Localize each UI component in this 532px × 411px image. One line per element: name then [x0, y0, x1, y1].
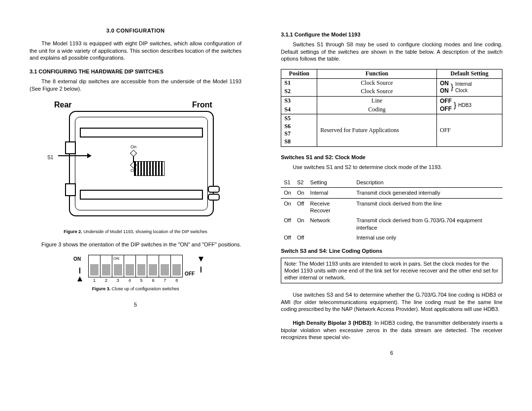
note-box: Note: The Model 1193 units are intended …	[281, 258, 502, 284]
cell-s2: S2	[281, 87, 317, 96]
brace-icon: }	[454, 103, 456, 108]
p-hdb3: High Density Bipolar 3 (HDB3): In HDB3 c…	[281, 319, 502, 341]
label-on: ON	[73, 256, 81, 262]
intro-paragraph: The Model 1193 is equipped with eight DI…	[30, 40, 241, 61]
page-number-right: 6	[281, 349, 502, 356]
cell-def-58: OFF	[437, 114, 502, 146]
label-off: Off	[128, 168, 139, 174]
figure-3-caption: Figure 3. Close up of configuration swit…	[30, 286, 241, 292]
th-s1: S1	[281, 177, 294, 188]
device-outline	[69, 111, 214, 216]
heading-3-1: 3.1 CONFIGURING THE HARDWARE DIP SWITCHE…	[30, 68, 241, 75]
hdb3-label: High Density Bipolar 3 (HDB3)	[293, 320, 371, 326]
th-description: Description	[354, 177, 502, 188]
figure-2-caption: Figure 2. Underside of Model 1193, showi…	[30, 229, 241, 235]
th-function: Function	[317, 69, 437, 79]
cell-fn-reserved: Reserved for Future Applications	[317, 114, 437, 146]
figure-2: Rear Front S1 On Off	[30, 99, 236, 227]
p-s1-s2: Use switches S1 and S2 to determine cloc…	[281, 164, 502, 171]
figure-3-label: Figure 3.	[92, 286, 111, 291]
cell-fn-cs: Clock Source	[317, 78, 437, 87]
figure-3-text: Close up of configuration switches	[112, 286, 179, 291]
label-rear: Rear	[54, 100, 72, 110]
figure-3: ON ON 1 2 3 4 5 6 7 8 OFF	[66, 255, 204, 284]
arrow-icon	[58, 155, 88, 156]
th-position: Position	[281, 69, 317, 79]
config-table: Position Function Default Setting S1 Clo…	[281, 69, 502, 146]
port-icon	[65, 141, 76, 154]
page-right: 3.1.1 Configure the Model 1193 Switches …	[281, 27, 502, 356]
figure-2-label: Figure 2.	[64, 229, 82, 234]
section-title: 3.0 CONFIGURATION	[30, 27, 241, 34]
cell-def-12: ON ON } Internal Clock	[437, 78, 502, 96]
cell-s1: S1	[281, 78, 317, 87]
label-off: OFF	[185, 271, 195, 277]
cell-fn-cs2: Clock Source	[317, 87, 437, 96]
clock-mode-table: S1 S2 Setting Description On On Internal…	[281, 177, 502, 242]
cell-s4: S4	[281, 105, 317, 114]
cell-fn-line: Line	[317, 96, 437, 105]
cell-fn-coding: Coding	[317, 105, 437, 114]
port-icon	[208, 186, 220, 193]
brace-icon: }	[451, 85, 453, 90]
figure-2-text: Underside of Model 1193, showing locatio…	[83, 229, 207, 234]
page-number-left: 5	[30, 301, 241, 308]
p-fig3-lead: Figure 3 shows the orientation of the DI…	[30, 241, 241, 248]
on-off-mini: On Off	[128, 144, 139, 173]
cell-s3: S3	[281, 96, 317, 105]
heading-s1-s2: Switches S1 and S2: Clock Mode	[281, 154, 502, 161]
cell-def-34: OFF OFF } HDB3	[437, 96, 502, 114]
p-3-1-1: Switches S1 through S8 may be used to co…	[281, 41, 502, 62]
th-default: Default Setting	[437, 69, 502, 79]
label-s1: S1	[47, 154, 53, 161]
p-3-1: The 8 external dip switches are accessib…	[30, 78, 241, 92]
arrow-up-icon	[77, 276, 82, 281]
heading-3-1-1: 3.1.1 Configure the Model 1193	[281, 31, 502, 38]
th-s2: S2	[294, 177, 307, 188]
heading-s3-s4: Switch S3 and S4: Line Coding Options	[281, 247, 502, 254]
port-icon	[208, 194, 220, 201]
p-s3-s4: Use switches S3 and S4 to determine whet…	[281, 291, 502, 312]
cell-s5-8: S5 S6 S7 S8	[281, 114, 317, 146]
arrow-down-icon	[199, 257, 203, 262]
dip-body: ON 1 2 3 4 5 6 7 8	[88, 255, 183, 277]
th-setting: Setting	[307, 177, 354, 188]
label-front: Front	[192, 100, 212, 110]
page-left: 3.0 CONFIGURATION The Model 1193 is equi…	[30, 27, 241, 356]
page-spread: 3.0 CONFIGURATION The Model 1193 is equi…	[0, 0, 532, 366]
port-icon	[65, 183, 76, 196]
